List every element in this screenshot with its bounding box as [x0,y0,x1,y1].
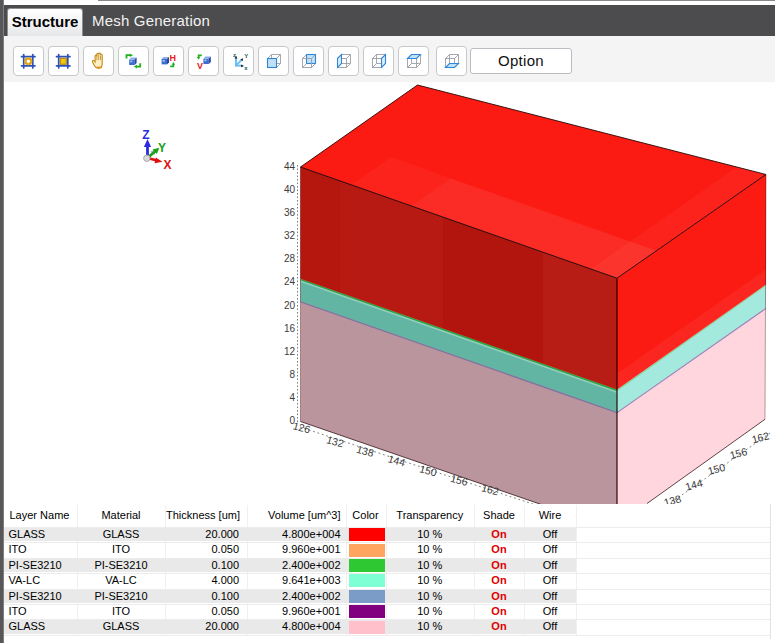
svg-text:x: x [244,65,248,71]
svg-text:Z: Z [142,128,149,142]
svg-text:40: 40 [284,184,296,195]
svg-text:12: 12 [284,346,296,357]
svg-text:V: V [197,61,203,70]
svg-text:156: 156 [728,445,748,461]
svg-text:150: 150 [706,461,726,477]
svg-text:4: 4 [289,392,295,403]
svg-text:8: 8 [289,369,295,380]
svg-text:138: 138 [662,492,682,504]
svg-text:144: 144 [684,477,704,493]
svg-text:162: 162 [750,429,770,445]
svg-text:Y: Y [244,53,248,59]
svg-text:X: X [163,158,171,172]
svg-text:H: H [169,53,176,63]
svg-text:16: 16 [284,323,296,334]
svg-text:20: 20 [284,300,296,311]
svg-text:Y: Y [158,141,166,155]
svg-text:24: 24 [284,276,296,287]
svg-text:z: z [233,52,236,58]
svg-text:28: 28 [284,253,296,264]
svg-text:36: 36 [284,207,296,218]
svg-text:44: 44 [284,161,296,172]
svg-text:32: 32 [284,230,296,241]
